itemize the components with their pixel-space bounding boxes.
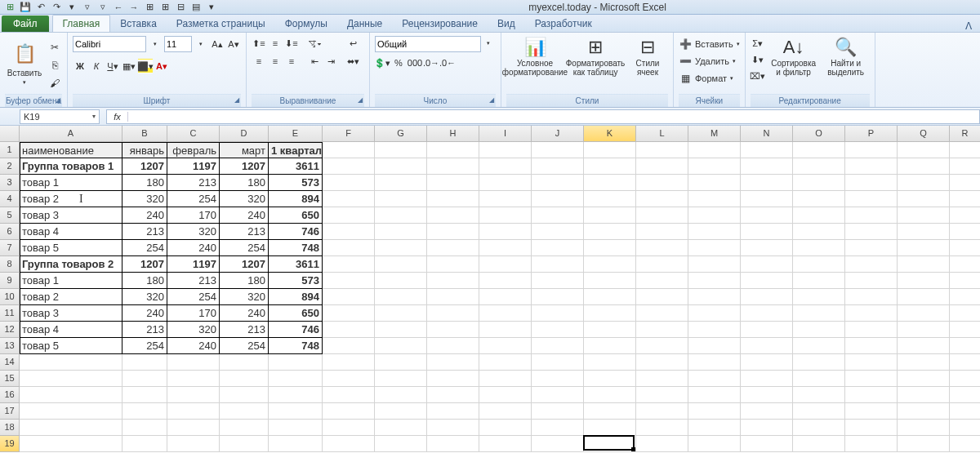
row-header-16[interactable]: 16 [0,387,20,403]
cell[interactable] [636,436,688,452]
dialog-launcher-icon[interactable]: ◢ [358,96,363,104]
cell[interactable] [898,338,950,354]
column-header-N[interactable]: N [741,126,793,142]
insert-cells-button[interactable]: ➕Вставить▾ [679,36,740,52]
cell[interactable] [479,142,532,158]
column-header-G[interactable]: G [375,126,427,142]
cell[interactable] [323,142,375,158]
cell[interactable] [793,240,845,256]
cell[interactable] [636,322,688,338]
cell[interactable] [950,207,980,224]
cell[interactable] [741,191,793,207]
cell[interactable] [636,420,688,436]
cell[interactable] [220,420,269,436]
row-header-10[interactable]: 10 [0,289,20,305]
cell[interactable]: 170 [167,207,220,224]
cell[interactable] [584,240,636,256]
cell[interactable] [427,240,479,256]
column-header-B[interactable]: B [122,126,167,142]
cell[interactable] [741,420,793,436]
cell[interactable] [898,273,950,289]
row-header-12[interactable]: 12 [0,322,20,338]
comma-icon[interactable]: 000 [408,56,422,70]
cell[interactable] [584,158,636,175]
minimize-ribbon-icon[interactable]: ᐱ [965,20,972,32]
cell[interactable] [898,224,950,240]
cell[interactable] [269,436,323,452]
cell[interactable] [375,207,427,224]
cell[interactable] [793,354,845,371]
tab-review[interactable]: Рецензирование [392,16,488,32]
cell[interactable] [427,338,479,354]
cell[interactable] [532,142,584,158]
cell[interactable] [636,158,688,175]
cell[interactable] [479,240,532,256]
wrap-text-icon[interactable]: ↩ [341,36,364,51]
fill-icon[interactable]: ⬇▾ [751,52,765,67]
row-header-5[interactable]: 5 [0,207,20,224]
row-header-19[interactable]: 19 [0,436,20,452]
font-size-arrow-icon[interactable]: ▾ [194,37,208,51]
column-header-D[interactable]: D [220,126,269,142]
cell[interactable]: 240 [167,338,220,354]
increase-decimal-icon[interactable]: .0→ [424,56,439,70]
cell[interactable] [20,436,122,452]
cell[interactable] [479,289,532,305]
cell[interactable] [479,207,532,224]
cell[interactable] [898,191,950,207]
cell[interactable]: 213 [167,175,220,191]
cell[interactable] [122,371,167,387]
cell[interactable]: 240 [122,207,167,224]
cell[interactable] [741,142,793,158]
cell[interactable] [532,305,584,322]
accounting-icon[interactable]: 💲▾ [375,56,390,70]
cell[interactable] [479,224,532,240]
tab-view[interactable]: Вид [488,16,525,32]
excel-icon[interactable]: ⊞ [3,1,16,14]
cell[interactable] [427,289,479,305]
number-format-select[interactable] [375,36,481,52]
cell[interactable] [532,436,584,452]
cell[interactable]: 746 [269,322,323,338]
tab-developer[interactable]: Разработчик [525,16,602,32]
cell[interactable] [845,158,898,175]
cell[interactable]: март [220,142,269,158]
cell[interactable] [532,175,584,191]
cell[interactable]: 573 [269,273,323,289]
cell[interactable] [636,175,688,191]
row-header-14[interactable]: 14 [0,354,20,371]
cell[interactable] [741,158,793,175]
cell[interactable] [584,420,636,436]
cell[interactable] [220,387,269,403]
column-header-R[interactable]: R [950,126,980,142]
cell[interactable] [636,256,688,273]
formula-input[interactable] [128,112,979,122]
cell[interactable] [427,371,479,387]
cell[interactable] [584,224,636,240]
cell[interactable] [898,256,950,273]
cell[interactable] [636,338,688,354]
find-select-button[interactable]: 🔍 Найти и выделить [822,36,870,90]
cell[interactable]: товар 2 [20,191,122,207]
cell[interactable] [584,354,636,371]
cell[interactable] [636,289,688,305]
cell[interactable] [741,371,793,387]
cell[interactable]: 748 [269,240,323,256]
cell[interactable] [122,403,167,420]
cell[interactable] [323,387,375,403]
cell[interactable]: 213 [122,322,167,338]
cell[interactable] [375,273,427,289]
cell[interactable] [323,338,375,354]
cell[interactable] [898,207,950,224]
cell[interactable] [688,420,741,436]
cell[interactable] [584,289,636,305]
cell[interactable]: 180 [122,273,167,289]
cell[interactable] [898,371,950,387]
cell[interactable] [793,338,845,354]
row-header-8[interactable]: 8 [0,256,20,273]
cell[interactable] [584,305,636,322]
column-header-L[interactable]: L [636,126,688,142]
column-header-K[interactable]: K [584,126,636,142]
cell[interactable] [793,256,845,273]
cell[interactable]: товар 1 [20,175,122,191]
